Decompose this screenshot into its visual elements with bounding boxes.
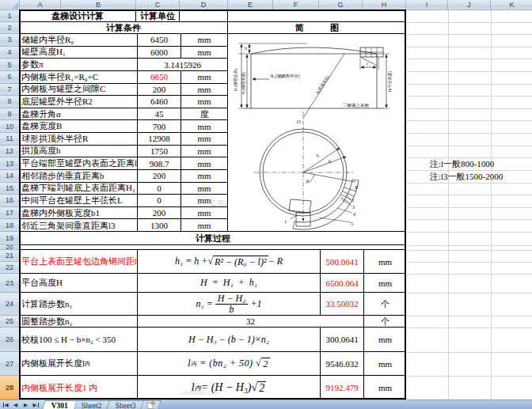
row-header-2[interactable]: 2 — [0, 22, 20, 34]
condition-label[interactable]: 相邻踏步的垂直距离b — [20, 170, 138, 182]
condition-unit[interactable]: mm — [181, 96, 227, 108]
column-header-G[interactable]: G — [319, 0, 363, 10]
condition-label[interactable]: 底层罐壁外半径R2 — [20, 96, 138, 108]
row28-label[interactable]: 内侧板展开长度1 内 — [20, 376, 138, 400]
condition-unit[interactable]: 度 — [181, 108, 227, 120]
row26-unit[interactable]: mm — [364, 328, 406, 351]
condition-value[interactable]: 45 — [138, 108, 181, 120]
row-header-6[interactable]: 6 — [0, 71, 20, 84]
condition-label[interactable]: 盘梯内外侧板宽度b1 — [20, 207, 138, 219]
row25-unit[interactable]: 个 — [364, 316, 406, 327]
condition-value[interactable]: 1300 — [138, 219, 181, 232]
tab-sheet3[interactable]: Sheet3 — [106, 400, 146, 409]
condition-unit[interactable]: mm — [181, 170, 227, 182]
row23-formula[interactable]: H = H₁ + h₁ — [138, 274, 321, 292]
row21-label[interactable]: 平台上表面至罐包边角钢间距h1 — [20, 250, 138, 273]
condition-label[interactable]: 参数π — [20, 59, 138, 70]
condition-label[interactable]: 拱顶高度h — [20, 146, 138, 157]
row-header-1[interactable]: 1 — [0, 10, 20, 22]
row28-formula[interactable]: l内 = (H − H₃)√2 — [138, 376, 321, 400]
first-sheet-button[interactable]: ◀ — [0, 400, 10, 409]
row-header-10[interactable]: 10 — [0, 120, 20, 133]
condition-label[interactable]: 中间平台在罐壁上半弦长L — [20, 195, 138, 206]
condition-value[interactable]: 908.7 — [138, 157, 181, 169]
row-header-13[interactable]: 13 — [0, 157, 20, 170]
row-header-12[interactable]: 12 — [0, 146, 20, 158]
column-header-K[interactable]: K — [491, 0, 532, 10]
row-header-3[interactable]: 3 — [0, 34, 20, 47]
condition-value[interactable]: 6000 — [138, 47, 181, 59]
condition-value[interactable]: 0 — [138, 195, 181, 206]
column-header-I[interactable]: I — [406, 0, 448, 10]
row-header-8[interactable]: 8 — [0, 96, 20, 108]
row-header-14[interactable]: 14 — [0, 170, 20, 183]
tab-bar-scroll-area[interactable] — [158, 400, 532, 409]
row21-formula[interactable]: h₁ = h + √R² − (R₀ − l)² − R — [138, 250, 321, 273]
row28-value[interactable]: 9192.479 — [321, 376, 364, 400]
condition-label[interactable]: 储罐内半径R₀ — [20, 34, 138, 46]
condition-value[interactable]: 1750 — [138, 146, 181, 157]
condition-value[interactable]: 200 — [138, 170, 181, 182]
diagram-cell[interactable]: h H₀(罐壁总高) H₁(罐壁高度) R₀(储罐内半径) R(拱顶半径) H(… — [228, 34, 406, 232]
condition-value[interactable]: 200 — [138, 84, 181, 96]
row27-value[interactable]: 9546.032 — [321, 352, 364, 375]
condition-label[interactable]: 盘梯升角α — [20, 108, 138, 120]
next-sheet-button[interactable]: ▶ — [21, 400, 31, 409]
condition-label[interactable]: 罐壁高度H₁ — [20, 47, 138, 59]
row26-label[interactable]: 校核100 ≤ H − b×n₂ < 350 — [20, 328, 138, 351]
row-header-18[interactable]: 18 — [0, 219, 20, 232]
empty-cell[interactable] — [180, 10, 228, 21]
condition-unit[interactable]: mm — [181, 71, 227, 83]
condition-label[interactable]: 内侧板与罐壁之间隙C — [20, 84, 138, 96]
condition-unit[interactable]: mm — [181, 195, 227, 206]
row-header-28[interactable]: 28 — [0, 376, 20, 400]
condition-label[interactable]: 盘梯下端到罐底上表面距离H₂ — [20, 183, 138, 195]
condition-value[interactable]: 6460 — [138, 96, 181, 108]
row26-value[interactable]: 300.0641 — [321, 328, 364, 351]
condition-label[interactable]: 球形拱顶外半径R — [20, 133, 138, 145]
condition-value[interactable]: 6450 — [138, 34, 181, 46]
diagram-header-cell[interactable]: 简 图 — [228, 22, 406, 33]
row23-value[interactable]: 6500.064 — [321, 274, 364, 292]
row27-unit[interactable]: mm — [364, 352, 406, 375]
row-header-5[interactable]: 5 — [0, 59, 20, 71]
row-header-22[interactable]: 22 — [0, 262, 20, 274]
row24-formula[interactable]: n₁ = H − H₂b +1 — [138, 293, 321, 315]
column-header-B[interactable]: B — [61, 0, 136, 10]
condition-label[interactable]: 内侧板半径R₁=R₀+C — [20, 71, 138, 83]
row-header-4[interactable]: 4 — [0, 47, 20, 59]
row25-value[interactable]: 32 — [138, 316, 364, 327]
row25-label[interactable]: 圆整踏步数n₂ — [20, 316, 138, 327]
condition-value-merged[interactable]: 3.1415926 — [138, 59, 227, 70]
row-header-25[interactable]: 25 — [0, 316, 20, 328]
row28-unit[interactable]: mm — [364, 376, 406, 400]
condition-value[interactable]: 6650 — [138, 71, 181, 83]
note-l-range[interactable]: 注:l一般800-1000 — [430, 158, 494, 170]
column-header-A[interactable]: A — [20, 0, 61, 10]
row-header-27[interactable]: 27 — [0, 352, 20, 376]
last-sheet-button[interactable]: ▶ — [31, 400, 41, 409]
condition-unit[interactable]: mm — [181, 133, 227, 145]
condition-unit[interactable]: mm — [181, 219, 227, 232]
row27-formula[interactable]: l内 = (bn₂ + 50) √2 — [138, 352, 321, 375]
condition-unit[interactable]: mm — [181, 47, 227, 59]
row24-value[interactable]: 33.50032 — [321, 293, 364, 315]
row21-unit[interactable]: mm — [364, 250, 406, 273]
tab-v301[interactable]: V301 — [42, 400, 78, 409]
column-header-E[interactable]: E — [228, 0, 273, 10]
condition-value[interactable]: 200 — [138, 207, 181, 219]
condition-value[interactable]: 12908 — [138, 133, 181, 145]
row-header-19[interactable]: 19 — [0, 232, 20, 245]
empty-cell[interactable] — [228, 10, 406, 21]
insert-worksheet-tab[interactable]: ✱ — [140, 400, 162, 409]
condition-value[interactable]: 700 — [138, 120, 181, 132]
row26-formula[interactable]: H − H₃ − (b − 1)×n₂ — [138, 328, 321, 351]
row23-label[interactable]: 平台高度H — [20, 274, 138, 292]
process-header-cell[interactable]: 计算过程 — [20, 232, 406, 244]
column-header-J[interactable]: J — [448, 0, 491, 10]
row27-label[interactable]: 内侧板展开长度l内 — [20, 352, 138, 375]
tab-sheet2[interactable]: Sheet2 — [72, 400, 112, 409]
column-header-D[interactable]: D — [180, 0, 228, 10]
condition-unit[interactable]: mm — [181, 207, 227, 219]
condition-label[interactable]: 盘梯宽度B — [20, 120, 138, 132]
